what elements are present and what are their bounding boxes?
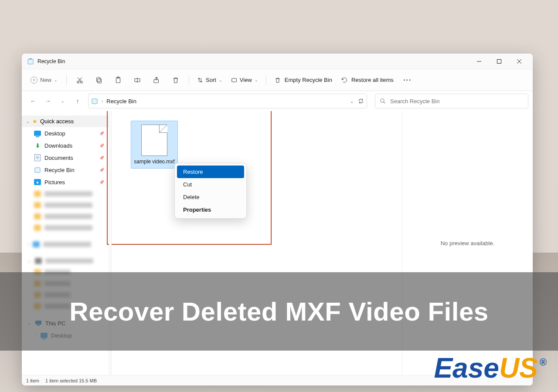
quick-access-header[interactable]: ⌄ ★ Quick access <box>22 115 109 127</box>
easeus-logo: EaseUS® <box>434 352 545 384</box>
sidebar-item-blurred[interactable] <box>22 222 109 233</box>
sidebar-item-documents[interactable]: Documents 📌 <box>22 152 109 164</box>
breadcrumb-chevron: › <box>102 99 103 104</box>
context-menu-delete[interactable]: Delete <box>177 191 244 203</box>
download-icon: ⬇ <box>34 142 41 149</box>
chevron-down-icon: ⌄ <box>26 119 30 124</box>
up-button[interactable]: ↑ <box>71 94 85 108</box>
chevron-down-icon: ⌄ <box>255 78 258 82</box>
sort-icon <box>197 77 203 83</box>
pin-icon: 📌 <box>99 180 104 185</box>
plus-icon: + <box>31 77 37 84</box>
trash-icon <box>274 77 281 84</box>
breadcrumb[interactable]: Recycle Bin <box>106 98 136 105</box>
quick-access-label: Quick access <box>40 118 74 125</box>
view-label: View <box>240 77 252 83</box>
pin-icon: 📌 <box>99 155 104 160</box>
toolbar: + New ⌄ Sort ⌄ View ⌄ Empty Recycle Bin <box>22 69 533 91</box>
empty-recycle-bin-button[interactable]: Empty Recycle Bin <box>271 74 336 86</box>
view-button[interactable]: View ⌄ <box>228 74 262 86</box>
sidebar-item-recycle-bin[interactable]: Recycle Bin 📌 <box>22 164 109 176</box>
restore-all-button[interactable]: Restore all items <box>337 74 397 86</box>
file-item[interactable]: sample video.mxf <box>131 121 178 169</box>
sidebar-item-blurred[interactable] <box>22 199 109 211</box>
context-menu: Restore Cut Delete Properties <box>174 163 247 219</box>
new-label: New <box>40 77 51 83</box>
svg-rect-7 <box>98 79 101 83</box>
sidebar-item-label: Pictures <box>44 179 65 186</box>
chevron-down-icon: ⌄ <box>219 78 222 82</box>
pin-icon: 📌 <box>99 168 104 172</box>
sidebar-item-label: Desktop <box>44 130 65 137</box>
paste-button[interactable] <box>109 72 127 88</box>
star-icon: ★ <box>32 118 37 125</box>
restore-all-label: Restore all items <box>351 77 394 83</box>
close-button[interactable] <box>509 54 529 69</box>
sidebar-item-downloads[interactable]: ⬇ Downloads 📌 <box>22 139 109 152</box>
recent-button[interactable]: ⌄ <box>56 94 70 108</box>
sidebar-item-label: Downloads <box>44 142 72 149</box>
sidebar-item-blurred[interactable]: ⌄ <box>22 255 109 267</box>
overlay-banner: Recover Deleted MXF Video Files <box>0 272 558 351</box>
minimize-button[interactable] <box>469 54 489 69</box>
share-button[interactable] <box>148 72 165 88</box>
registered-icon: ® <box>540 357 547 368</box>
banner-headline: Recover Deleted MXF Video Files <box>69 297 488 327</box>
sort-label: Sort <box>206 77 216 83</box>
new-button[interactable]: + New ⌄ <box>26 74 62 86</box>
sidebar-item-blurred[interactable] <box>22 188 109 199</box>
view-icon <box>231 77 237 83</box>
maximize-button[interactable] <box>489 54 509 69</box>
sidebar-item-blurred[interactable]: › <box>22 239 109 250</box>
address-bar[interactable]: › Recycle Bin ⌄ <box>88 94 367 108</box>
context-menu-properties[interactable]: Properties <box>177 203 244 216</box>
recycle-bin-icon <box>91 98 98 105</box>
more-icon: ··· <box>403 76 412 84</box>
status-selected: 1 item selected 15.5 MB <box>45 378 97 383</box>
svg-rect-2 <box>497 59 501 63</box>
svg-rect-18 <box>35 168 40 172</box>
desktop-icon <box>34 130 41 137</box>
logo-part-2: US <box>499 352 538 384</box>
context-menu-restore[interactable]: Restore <box>177 166 244 178</box>
back-button[interactable]: ← <box>26 94 40 108</box>
sidebar-item-label: Recycle Bin <box>44 167 75 173</box>
window-controls <box>469 54 529 69</box>
svg-point-16 <box>381 99 384 102</box>
svg-rect-8 <box>97 78 100 82</box>
sidebar-item-desktop[interactable]: Desktop 📌 <box>22 127 109 139</box>
svg-rect-14 <box>232 78 237 81</box>
no-preview-text: No preview available. <box>441 240 495 247</box>
separator <box>66 75 67 85</box>
document-icon <box>34 154 41 161</box>
chevron-down-icon[interactable]: ⌄ <box>350 99 354 104</box>
cut-button[interactable] <box>71 72 88 88</box>
search-input[interactable] <box>390 98 524 105</box>
more-button[interactable]: ··· <box>399 72 416 88</box>
titlebar: Recycle Bin <box>22 54 533 69</box>
nav-arrows: ← → ⌄ ↑ <box>26 94 85 108</box>
navigation-bar: ← → ⌄ ↑ › Recycle Bin ⌄ <box>22 91 533 111</box>
refresh-button[interactable] <box>358 98 364 104</box>
svg-rect-0 <box>28 59 33 64</box>
pin-icon: 📌 <box>99 131 104 136</box>
empty-label: Empty Recycle Bin <box>285 77 332 83</box>
status-count: 1 item <box>26 378 39 383</box>
file-icon <box>141 125 167 156</box>
search-bar[interactable] <box>375 94 528 108</box>
forward-button[interactable]: → <box>41 94 55 108</box>
sidebar-item-pictures[interactable]: ▲ Pictures 📌 <box>22 176 109 188</box>
sidebar-item-blurred[interactable] <box>22 211 109 222</box>
separator <box>189 75 189 85</box>
pictures-icon: ▲ <box>34 179 41 186</box>
delete-button[interactable] <box>167 72 184 88</box>
svg-point-6 <box>81 81 83 83</box>
rename-button[interactable] <box>129 72 146 88</box>
copy-button[interactable] <box>90 72 108 88</box>
sort-button[interactable]: Sort ⌄ <box>194 74 226 86</box>
restore-icon <box>341 77 348 84</box>
recycle-bin-icon <box>34 166 41 173</box>
svg-rect-13 <box>154 79 159 83</box>
file-name: sample video.mxf <box>133 159 176 166</box>
context-menu-cut[interactable]: Cut <box>177 178 244 191</box>
